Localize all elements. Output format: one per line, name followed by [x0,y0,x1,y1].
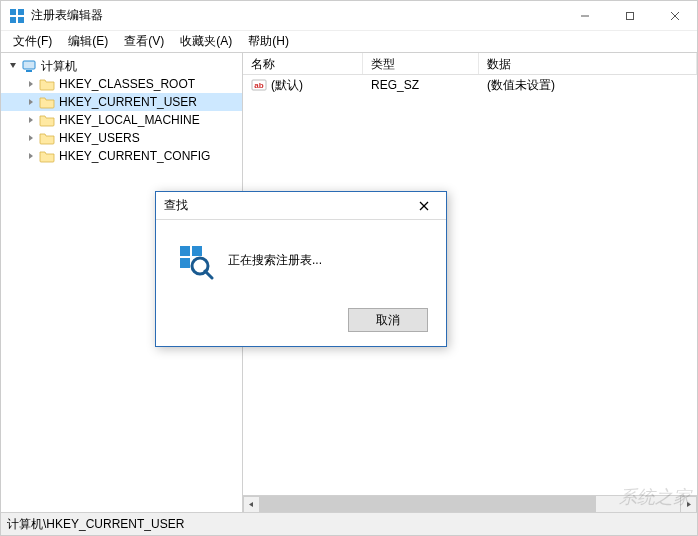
close-button[interactable] [652,1,697,30]
maximize-button[interactable] [607,1,652,30]
menubar: 文件(F) 编辑(E) 查看(V) 收藏夹(A) 帮助(H) [1,31,697,53]
tree-item-label: HKEY_LOCAL_MACHINE [59,113,200,127]
svg-marker-8 [10,63,16,68]
find-dialog: 查找 正在搜索注册表... 取消 [155,191,447,347]
svg-marker-19 [687,502,691,507]
dialog-message: 正在搜索注册表... [228,252,322,269]
svg-rect-10 [26,70,32,72]
svg-line-26 [205,271,212,278]
tree-root-label: 计算机 [41,58,77,75]
svg-marker-18 [249,502,253,507]
svg-marker-13 [29,117,33,123]
column-header-type[interactable]: 类型 [363,53,479,74]
folder-icon [39,94,55,110]
window-title: 注册表编辑器 [31,7,103,24]
folder-icon [39,148,55,164]
tree-root[interactable]: 计算机 [1,57,242,75]
svg-text:ab: ab [254,81,263,90]
folder-icon [39,112,55,128]
svg-rect-2 [10,17,16,23]
cancel-button[interactable]: 取消 [348,308,428,332]
caret-right-icon[interactable] [25,132,37,144]
svg-rect-1 [18,9,24,15]
menu-help[interactable]: 帮助(H) [240,31,297,52]
minimize-button[interactable] [562,1,607,30]
tree-item[interactable]: HKEY_LOCAL_MACHINE [1,111,242,129]
tree-item-label: HKEY_USERS [59,131,140,145]
scrollbar-track[interactable] [260,496,680,512]
tree-item-label: HKEY_CURRENT_CONFIG [59,149,210,163]
folder-icon [39,76,55,92]
svg-rect-24 [180,258,190,268]
svg-marker-12 [29,99,33,105]
caret-right-icon[interactable] [25,114,37,126]
statusbar-path: 计算机\HKEY_CURRENT_USER [7,516,184,533]
svg-rect-9 [23,61,35,69]
tree-item[interactable]: HKEY_USERS [1,129,242,147]
tree-item[interactable]: HKEY_CURRENT_USER [1,93,242,111]
svg-marker-15 [29,153,33,159]
svg-rect-23 [192,246,202,256]
app-icon [9,8,25,24]
caret-right-icon[interactable] [25,78,37,90]
column-header-name[interactable]: 名称 [243,53,363,74]
tree-item-label: HKEY_CLASSES_ROOT [59,77,195,91]
search-registry-icon [174,240,214,280]
svg-rect-22 [180,246,190,256]
tree-item[interactable]: HKEY_CLASSES_ROOT [1,75,242,93]
dialog-titlebar: 查找 [156,192,446,220]
value-type: REG_SZ [371,78,419,92]
caret-down-icon[interactable] [7,60,19,72]
svg-rect-3 [18,17,24,23]
svg-rect-5 [626,12,633,19]
scrollbar-thumb[interactable] [260,496,596,512]
string-value-icon: ab [251,77,267,93]
value-name: (默认) [271,77,303,94]
scroll-right-button[interactable] [680,496,697,513]
menu-view[interactable]: 查看(V) [116,31,172,52]
svg-marker-14 [29,135,33,141]
menu-edit[interactable]: 编辑(E) [60,31,116,52]
column-header-data[interactable]: 数据 [479,53,697,74]
caret-right-icon[interactable] [25,150,37,162]
dialog-body: 正在搜索注册表... 取消 [156,220,446,346]
tree-item[interactable]: HKEY_CURRENT_CONFIG [1,147,242,165]
caret-right-icon[interactable] [25,96,37,108]
dialog-close-button[interactable] [410,192,438,219]
dialog-title-text: 查找 [164,197,410,214]
list-row[interactable]: ab(默认)REG_SZ(数值未设置) [243,75,697,95]
svg-rect-0 [10,9,16,15]
window-controls [562,1,697,30]
svg-marker-11 [29,81,33,87]
list-header: 名称 类型 数据 [243,53,697,75]
menu-favorites[interactable]: 收藏夹(A) [172,31,240,52]
titlebar: 注册表编辑器 [1,1,697,31]
computer-icon [21,58,37,74]
statusbar: 计算机\HKEY_CURRENT_USER [1,513,697,535]
folder-icon [39,130,55,146]
menu-file[interactable]: 文件(F) [5,31,60,52]
scroll-left-button[interactable] [243,496,260,513]
horizontal-scrollbar[interactable] [243,495,697,512]
tree-item-label: HKEY_CURRENT_USER [59,95,197,109]
value-data: (数值未设置) [487,77,555,94]
